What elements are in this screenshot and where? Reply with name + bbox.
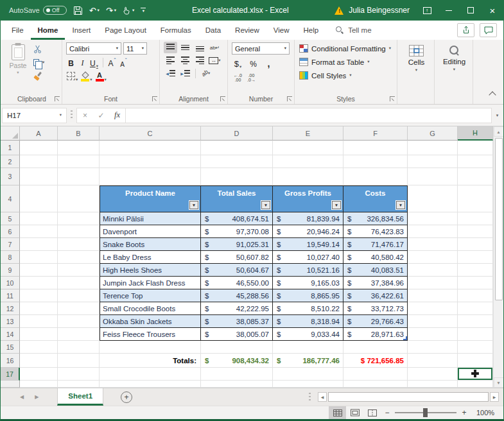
cell-H14[interactable]: [458, 328, 493, 341]
cell-G15[interactable]: [408, 341, 458, 354]
cell-G14[interactable]: [408, 328, 458, 341]
name-box[interactable]: H17▾: [2, 108, 67, 123]
orientation-button[interactable]: ab▾: [199, 67, 213, 79]
cell-D15[interactable]: [201, 341, 273, 354]
fill-color-button[interactable]: ▾: [80, 70, 92, 82]
format-painter-button[interactable]: [32, 69, 46, 83]
cell-F1[interactable]: [343, 141, 408, 155]
row-header-1[interactable]: 1: [1, 141, 20, 155]
cell-B11[interactable]: [58, 289, 100, 302]
horizontal-scroll-thumb[interactable]: [328, 392, 489, 402]
cell-F8[interactable]: $40,580.42: [343, 251, 408, 264]
alignment-dialog-launcher[interactable]: [220, 96, 225, 101]
cell-D9[interactable]: $50,604.67: [201, 264, 273, 277]
vertical-scrollbar[interactable]: ▲ ▼: [493, 126, 503, 388]
cell-G8[interactable]: [408, 251, 458, 264]
cell-G7[interactable]: [408, 238, 458, 251]
clipboard-dialog-launcher[interactable]: [55, 96, 60, 101]
cells-button[interactable]: Cells ▾: [401, 42, 431, 93]
cell-F9[interactable]: $40,083.51: [343, 264, 408, 277]
cell-C7[interactable]: Snake Boots: [100, 238, 201, 251]
cell-E6[interactable]: $20,946.24: [273, 225, 343, 238]
cell-G11[interactable]: [408, 289, 458, 302]
cell-H9[interactable]: [458, 264, 493, 277]
tab-review[interactable]: Review: [228, 21, 266, 40]
column-header-B[interactable]: B: [58, 126, 100, 141]
tab-help[interactable]: Help: [297, 21, 326, 40]
wrap-text-button[interactable]: ab↵: [208, 42, 222, 53]
cell-F13[interactable]: $29,766.43: [343, 315, 408, 328]
cell-H7[interactable]: [458, 238, 493, 251]
cell-C11[interactable]: Terence Top: [100, 289, 201, 302]
column-header-F[interactable]: F: [343, 126, 408, 141]
row-header-7[interactable]: 7: [1, 238, 20, 251]
cell-F15[interactable]: [343, 341, 408, 354]
number-dialog-launcher[interactable]: [287, 96, 292, 101]
cell-F7[interactable]: $71,476.17: [343, 238, 408, 251]
cell-F10[interactable]: $37,384.96: [343, 277, 408, 289]
top-align-button[interactable]: [164, 42, 177, 53]
cell-H16[interactable]: [458, 354, 493, 368]
filter-button[interactable]: ▼: [261, 201, 270, 209]
cell-F3[interactable]: [343, 168, 408, 185]
cell-E3[interactable]: [273, 168, 343, 185]
cell-A2[interactable]: [20, 155, 58, 168]
row-header-9[interactable]: 9: [1, 264, 20, 277]
cell-A14[interactable]: [20, 328, 58, 341]
cell-F6[interactable]: $76,423.83: [343, 225, 408, 238]
cell-A7[interactable]: [20, 238, 58, 251]
filter-button[interactable]: ▼: [396, 201, 405, 209]
cut-button[interactable]: [32, 42, 46, 56]
cell-G17[interactable]: [408, 368, 458, 381]
cell-E5[interactable]: $81,839.94: [273, 212, 343, 225]
tab-formulas[interactable]: Formulas: [153, 21, 198, 40]
cell-D4[interactable]: Total Sales▼: [201, 185, 273, 212]
autosave-toggle[interactable]: AutoSave Off: [9, 6, 67, 15]
cell-H8[interactable]: [458, 251, 493, 264]
cell-C15[interactable]: [100, 341, 201, 354]
underline-button[interactable]: U▾: [89, 56, 99, 68]
row-header-5[interactable]: 5: [1, 212, 20, 225]
cancel-button[interactable]: ×: [77, 111, 93, 120]
cell-A9[interactable]: [20, 264, 58, 277]
bold-button[interactable]: B: [66, 56, 76, 68]
cell-E12[interactable]: $8,510.22: [273, 302, 343, 315]
cell-D8[interactable]: $50,607.82: [201, 251, 273, 264]
cell-B13[interactable]: [58, 315, 100, 328]
row-header-14[interactable]: 14: [1, 328, 20, 341]
cell-A5[interactable]: [20, 212, 58, 225]
scroll-left-button[interactable]: ◀: [318, 392, 327, 402]
cell-D13[interactable]: $38,085.37: [201, 315, 273, 328]
page-break-preview-button[interactable]: [363, 406, 381, 419]
next-sheet-button[interactable]: ▶: [35, 394, 39, 400]
row-header-11[interactable]: 11: [1, 289, 20, 302]
collapse-ribbon-button[interactable]: [489, 91, 496, 98]
column-header-H[interactable]: H: [458, 126, 493, 141]
zoom-slider-thumb[interactable]: [423, 408, 428, 417]
cell-C13[interactable]: Okkaba Skin Jackets: [100, 315, 201, 328]
cell-G9[interactable]: [408, 264, 458, 277]
paste-button[interactable]: Paste ▾: [6, 42, 30, 93]
expand-formula-bar-button[interactable]: ▾: [492, 113, 503, 118]
row-header-2[interactable]: 2: [1, 155, 20, 168]
tab-file[interactable]: File: [4, 21, 31, 40]
cell-A17[interactable]: [20, 368, 58, 381]
font-size-select[interactable]: 11▾: [123, 42, 147, 55]
decrease-decimal-button[interactable]: .00 .0→: [247, 71, 256, 82]
cell-B3[interactable]: [58, 168, 100, 185]
minimize-button[interactable]: [438, 0, 460, 21]
tab-view[interactable]: View: [266, 21, 297, 40]
cell-F2[interactable]: [343, 155, 408, 168]
cell-H11[interactable]: [458, 289, 493, 302]
comma-style-button[interactable]: ,: [264, 57, 274, 69]
share-button[interactable]: [457, 23, 474, 37]
middle-align-button[interactable]: [178, 42, 192, 53]
tab-data[interactable]: Data: [198, 21, 228, 40]
align-right-button[interactable]: [193, 55, 207, 66]
account-info[interactable]: ! Julia Beingessner: [335, 6, 410, 15]
cell-B7[interactable]: [58, 238, 100, 251]
scroll-down-button[interactable]: ▼: [494, 377, 504, 388]
cell-B10[interactable]: [58, 277, 100, 289]
cell-E16[interactable]: $186,777.46: [273, 354, 343, 368]
normal-view-button[interactable]: [329, 406, 346, 419]
